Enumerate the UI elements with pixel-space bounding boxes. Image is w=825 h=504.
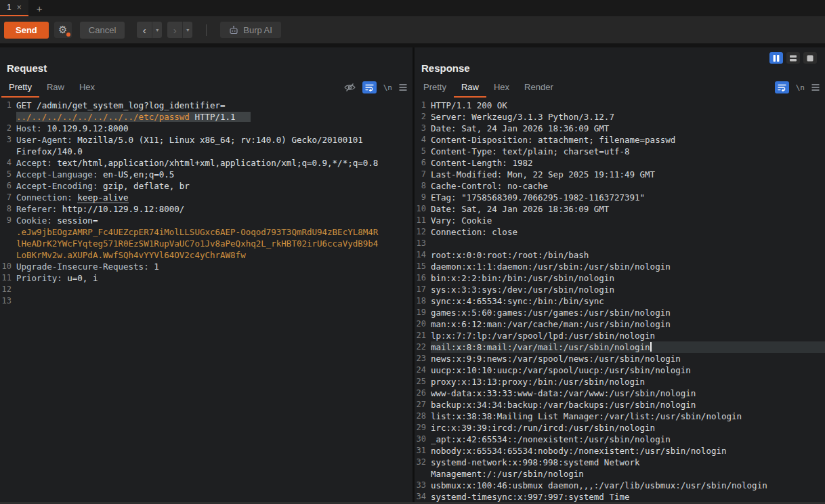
code-segment: Date: Sat, 24 Jan 2026 18:36:09 GMT bbox=[431, 204, 609, 214]
code-segment: backup:x:34:34:backup:/var/backups:/usr/… bbox=[431, 400, 696, 410]
code-line: 23news:x:9:9:news:/var/spool/news:/usr/s… bbox=[415, 353, 825, 364]
cancel-button[interactable]: Cancel bbox=[80, 22, 125, 39]
send-button[interactable]: Send bbox=[4, 22, 49, 39]
line-number: 7 bbox=[415, 169, 431, 180]
code-segment: en-US,en;q=0.5 bbox=[98, 169, 174, 180]
code-segment: uucp:x:10:10:uucp:/var/spool/uucp:/usr/s… bbox=[431, 365, 691, 375]
request-view-tabs: Pretty Raw Hex \n bbox=[0, 77, 412, 98]
request-panel: Request Pretty Raw Hex \n bbox=[0, 47, 412, 502]
back-button[interactable]: ‹ ▾ bbox=[137, 22, 162, 38]
code-line: 33usbmux:x:100:46:usbmux daemon,,,:/var/… bbox=[415, 480, 825, 491]
code-line: 11Priority: u=0, i bbox=[0, 272, 412, 284]
line-number: 8 bbox=[415, 180, 431, 192]
line-number: 24 bbox=[415, 364, 431, 376]
repeater-toolbar: Send ⚙ Cancel ‹ ▾ › ▾ Burp AI bbox=[0, 16, 825, 43]
tab-response-render[interactable]: Render bbox=[517, 77, 561, 98]
tab-response-raw[interactable]: Raw bbox=[454, 77, 486, 98]
repeater-tab-bar: 1 × + bbox=[0, 0, 825, 16]
line-number: 26 bbox=[415, 387, 431, 399]
code-segment: Firefox/140.0 bbox=[16, 146, 83, 156]
burp-ai-label: Burp AI bbox=[243, 25, 272, 35]
repeater-tab-label: 1 bbox=[7, 3, 12, 12]
code-line: 5Content-Type: text/plain; charset=utf-8 bbox=[415, 146, 825, 157]
response-view-tabs: Pretty Raw Hex Render \n bbox=[415, 77, 825, 98]
code-line: 7Connection: keep-alive bbox=[0, 192, 412, 203]
text-cursor bbox=[650, 342, 652, 352]
code-line: 9ETag: "1758568309.7066295-1982-11637273… bbox=[415, 192, 825, 203]
code-segment: sys:x:3:3:sys:/dev:/usr/sbin/nologin bbox=[431, 285, 614, 295]
code-segment: daemon:x:1:1:daemon:/usr/sbin:/usr/sbin/… bbox=[431, 261, 671, 272]
code-line: 27backup:x:34:34:backup:/var/backups:/us… bbox=[415, 399, 825, 411]
line-number: 6 bbox=[415, 157, 431, 169]
code-line: 3Date: Sat, 24 Jan 2026 18:36:09 GMT bbox=[415, 123, 825, 134]
forward-history-dropdown[interactable]: ▾ bbox=[182, 22, 192, 38]
gear-notification-dot bbox=[66, 33, 70, 37]
code-segment: Content-Type: text/plain; charset=utf-8 bbox=[431, 146, 630, 156]
burp-repeater-window: 1 × + Send ⚙ Cancel ‹ ▾ › ▾ Burp AI bbox=[0, 0, 825, 504]
line-number: 27 bbox=[415, 399, 431, 411]
line-number: 16 bbox=[415, 272, 431, 284]
line-number: 10 bbox=[415, 203, 431, 215]
editor-menu-icon[interactable] bbox=[811, 84, 820, 91]
layout-single-button[interactable] bbox=[803, 52, 817, 64]
send-settings-button[interactable]: ⚙ bbox=[54, 22, 72, 38]
code-segment: session= bbox=[52, 215, 98, 226]
code-segment: list:x:38:38:Mailing List Manager:/var/l… bbox=[431, 411, 742, 421]
forward-button[interactable]: › ▾ bbox=[167, 22, 192, 38]
code-line: 29irc:x:39:39:ircd:/run/ircd:/usr/sbin/n… bbox=[415, 422, 825, 434]
burp-ai-button[interactable]: Burp AI bbox=[220, 22, 281, 38]
code-line: 21lp:x:7:7:lp:/var/spool/lpd:/usr/sbin/n… bbox=[415, 330, 825, 341]
code-segment: mail:x:8:8:mail:/var/mail:/usr/sbin/nolo… bbox=[431, 342, 650, 352]
code-line: 14root:x:0:0:root:/root:/bin/bash bbox=[415, 249, 825, 261]
code-segment: systemd-network:x:998:998:systemd Networ… bbox=[431, 457, 640, 467]
code-segment: LoBKrMv2w.aXUPdA.WwfSQh4vYYVl64OV2c4yChr… bbox=[16, 250, 246, 260]
show-newlines-icon[interactable]: \n bbox=[796, 83, 805, 92]
code-line: 8Cache-Control: no-cache bbox=[415, 180, 825, 192]
word-wrap-icon[interactable] bbox=[362, 81, 377, 93]
forward-icon[interactable]: › bbox=[167, 22, 182, 38]
repeater-tab-1[interactable]: 1 × bbox=[0, 0, 28, 16]
editor-menu-icon[interactable] bbox=[399, 84, 407, 91]
code-segment: _apt:x:42:65534::/nonexistent:/usr/sbin/… bbox=[431, 434, 671, 444]
code-segment: u=0, i bbox=[62, 273, 98, 283]
code-segment: Accept: bbox=[16, 158, 52, 168]
tab-request-raw[interactable]: Raw bbox=[39, 77, 72, 98]
line-number: 33 bbox=[415, 480, 431, 491]
code-segment: 1 bbox=[149, 261, 159, 272]
layout-columns-button[interactable] bbox=[769, 52, 783, 64]
tab-request-pretty[interactable]: Pretty bbox=[1, 77, 39, 98]
tab-response-hex[interactable]: Hex bbox=[486, 77, 517, 98]
code-line: 4Accept: text/html,application/xhtml+xml… bbox=[0, 157, 412, 169]
show-newlines-icon[interactable]: \n bbox=[383, 83, 392, 92]
word-wrap-icon[interactable] bbox=[775, 81, 789, 93]
request-editor[interactable]: 1GET /admin/get_system_log?log_identifie… bbox=[0, 98, 412, 502]
tab-response-pretty[interactable]: Pretty bbox=[416, 77, 454, 98]
code-segment: keep-alive bbox=[77, 192, 128, 203]
response-editor[interactable]: 1HTTP/1.1 200 OK2Server: Werkzeug/3.1.3 … bbox=[415, 98, 825, 502]
line-number: 22 bbox=[415, 341, 431, 353]
line-number: 18 bbox=[415, 295, 431, 307]
code-segment: HTTP/1.1 bbox=[190, 112, 236, 122]
code-line: 31nobody:x:65534:65534:nobody:/nonexiste… bbox=[415, 445, 825, 457]
code-segment: Last-Modified: Mon, 22 Sep 2025 19:11:49… bbox=[431, 169, 655, 180]
request-panel-header: Request bbox=[0, 47, 412, 77]
code-segment: User-Agent: bbox=[16, 135, 72, 145]
code-line: 2Server: Werkzeug/3.1.3 Python/3.12.7 bbox=[415, 111, 825, 123]
hide-nonprinting-icon[interactable] bbox=[344, 83, 356, 92]
code-segment: Accept-Language: bbox=[16, 169, 98, 180]
code-segment: ETag: "1758568309.7066295-1982-116372739… bbox=[431, 192, 645, 203]
back-history-dropdown[interactable]: ▾ bbox=[152, 22, 162, 38]
line-number: 2 bbox=[0, 123, 16, 134]
line-number: 5 bbox=[0, 169, 16, 180]
close-tab-icon[interactable]: × bbox=[17, 3, 22, 12]
line-number: 32 bbox=[415, 457, 431, 480]
layout-rows-button[interactable] bbox=[786, 52, 800, 64]
code-line: 20man:x:6:12:man:/var/cache/man:/usr/sbi… bbox=[415, 318, 825, 330]
code-line: 25proxy:x:13:13:proxy:/bin:/usr/sbin/nol… bbox=[415, 376, 825, 387]
back-icon[interactable]: ‹ bbox=[137, 22, 152, 38]
code-line: 11Vary: Cookie bbox=[415, 215, 825, 226]
tab-request-hex[interactable]: Hex bbox=[72, 77, 102, 98]
code-segment: systemd-timesync:x:997:997:systemd Time bbox=[431, 492, 630, 502]
code-segment: irc:x:39:39:ircd:/run/ircd:/usr/sbin/nol… bbox=[431, 423, 655, 433]
new-tab-button[interactable]: + bbox=[28, 0, 51, 16]
